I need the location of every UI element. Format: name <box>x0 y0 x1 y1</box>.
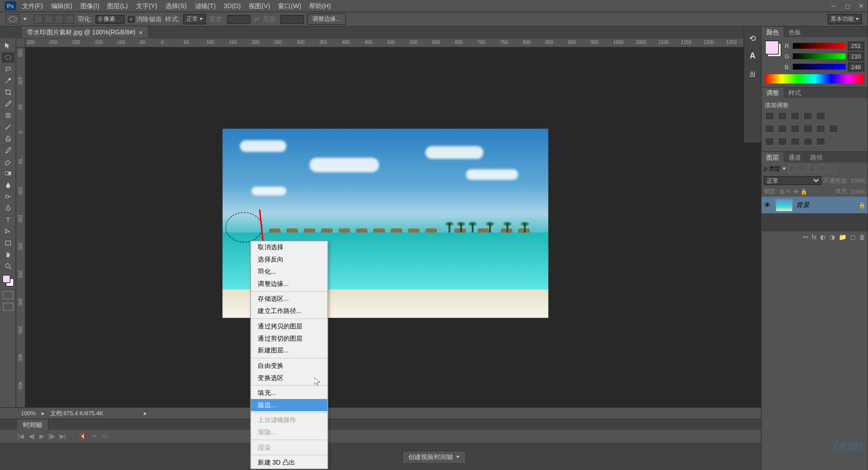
character-panel-icon[interactable]: A <box>747 50 759 62</box>
horizontal-ruler[interactable]: -300-250-200-150-100-5005010015020025030… <box>25 38 868 48</box>
new-layer-icon[interactable]: ◻ <box>850 234 856 242</box>
context-menu-item[interactable]: 存储选区... <box>251 293 327 305</box>
timeline-transition-icon[interactable]: ▭ <box>102 432 108 440</box>
context-menu-item[interactable]: 变换选区 <box>251 372 327 384</box>
document-tab-close[interactable]: × <box>139 28 142 35</box>
gradient-map-icon[interactable] <box>803 138 813 146</box>
menu-filter[interactable]: 滤镜(T) <box>195 1 216 10</box>
curves-icon[interactable] <box>791 112 800 120</box>
context-menu-item[interactable]: 新建图层... <box>251 345 327 357</box>
menu-edit[interactable]: 编辑(E) <box>51 1 72 10</box>
lock-transparency-icon[interactable]: ⊞ <box>779 188 784 195</box>
layer-visibility-icon[interactable]: 👁 <box>764 201 772 209</box>
filter-pixel-icon[interactable] <box>788 165 797 173</box>
vertical-ruler[interactable]: -150-100-50050100150200250300350400450 <box>16 47 26 407</box>
menu-select[interactable]: 选择(S) <box>165 1 187 10</box>
timeline-audio-icon[interactable]: 🔇 <box>79 432 87 440</box>
eraser-tool[interactable] <box>1 157 14 167</box>
close-button[interactable]: ✕ <box>855 1 868 11</box>
filter-type-icon[interactable] <box>808 165 816 173</box>
channels-tab[interactable]: 通道 <box>783 152 806 162</box>
b-slider[interactable] <box>793 64 846 70</box>
stamp-tool[interactable] <box>1 133 14 144</box>
dropdown-icon[interactable] <box>23 18 27 20</box>
minimize-button[interactable]: ─ <box>827 1 840 11</box>
swatches-tab[interactable]: 色板 <box>783 27 806 37</box>
threshold-icon[interactable] <box>791 138 800 146</box>
filter-shape-icon[interactable] <box>818 165 826 173</box>
maximize-button[interactable]: ◻ <box>841 1 854 11</box>
posterize-icon[interactable] <box>778 138 787 146</box>
screen-mode-button[interactable] <box>3 303 13 311</box>
timeline-prev-frame[interactable]: ◀| <box>28 432 35 440</box>
selection-add-icon[interactable] <box>44 14 53 24</box>
adjustments-tab[interactable]: 调整 <box>762 88 784 98</box>
context-menu-item[interactable]: 调整边缘... <box>251 278 327 290</box>
style-dropdown[interactable]: 正常 <box>183 14 206 24</box>
paragraph-panel-icon[interactable]: A| <box>747 67 759 79</box>
layer-row[interactable]: 👁 背景 🔒 <box>762 197 868 214</box>
zoom-level[interactable]: 100% <box>21 410 36 416</box>
selection-new-icon[interactable] <box>33 14 43 24</box>
filter-adjustment-icon[interactable] <box>798 165 807 173</box>
context-menu-item[interactable]: 描边... <box>251 399 327 411</box>
feather-input[interactable] <box>96 15 125 24</box>
history-panel-icon[interactable]: ⟲ <box>747 33 759 44</box>
path-selection-tool[interactable] <box>1 226 14 237</box>
blur-tool[interactable] <box>1 180 14 190</box>
dodge-tool[interactable] <box>1 191 14 202</box>
menu-image[interactable]: 图像(I) <box>80 1 99 10</box>
healing-brush-tool[interactable] <box>1 110 14 121</box>
g-slider[interactable] <box>793 53 846 59</box>
r-slider[interactable] <box>793 43 846 49</box>
timeline-next-frame[interactable]: |▶ <box>48 432 55 440</box>
color-lookup-icon[interactable] <box>829 125 838 133</box>
r-value[interactable] <box>848 42 864 50</box>
crop-tool[interactable] <box>1 87 14 97</box>
menu-layer[interactable]: 图层(L) <box>107 1 127 10</box>
selection-subtract-icon[interactable] <box>55 14 64 24</box>
new-group-icon[interactable]: 📁 <box>839 234 847 242</box>
context-menu-item[interactable]: 选择反向 <box>251 253 327 266</box>
timeline-tab[interactable]: 时间轴 <box>17 419 48 430</box>
selective-color-icon[interactable] <box>816 138 826 146</box>
timeline-last-frame[interactable]: ▶| <box>60 432 66 440</box>
document-info[interactable]: 文档:875.4 K/875.4K <box>50 409 104 417</box>
context-menu-item[interactable]: 自由变换 <box>251 360 327 372</box>
exposure-icon[interactable] <box>803 112 813 120</box>
timeline-first-frame[interactable]: |◀ <box>17 432 24 440</box>
invert-icon[interactable] <box>765 138 774 146</box>
hue-icon[interactable] <box>765 125 774 133</box>
g-value[interactable] <box>848 52 864 61</box>
bw-icon[interactable] <box>791 125 800 133</box>
filter-smart-icon[interactable] <box>828 165 836 173</box>
zoom-dropdown-icon[interactable]: ▸ <box>42 410 44 416</box>
menu-file[interactable]: 文件(F) <box>22 1 43 10</box>
menu-3d[interactable]: 3D(D) <box>224 2 241 9</box>
document-tab[interactable]: 带水印图片素材.jpg @ 100%(RGB/8#) × <box>21 25 149 38</box>
zoom-tool[interactable] <box>1 261 14 271</box>
eyedropper-tool[interactable] <box>1 99 14 109</box>
context-menu-item[interactable]: 羽化... <box>251 266 327 278</box>
context-menu-item[interactable]: 新建 3D 凸出 <box>251 456 327 469</box>
history-brush-tool[interactable] <box>1 145 14 156</box>
delete-layer-icon[interactable]: 🗑 <box>859 234 865 242</box>
canvas[interactable] <box>25 47 868 407</box>
magic-wand-tool[interactable] <box>1 76 14 86</box>
levels-icon[interactable] <box>778 112 787 120</box>
context-menu-item[interactable]: 通过拷贝的图层 <box>251 320 327 332</box>
photo-filter-icon[interactable] <box>803 125 813 133</box>
lock-all-icon[interactable]: 🔒 <box>800 188 807 195</box>
layer-thumbnail[interactable] <box>775 199 793 211</box>
pen-tool[interactable] <box>1 203 14 214</box>
tool-preset-picker[interactable] <box>6 14 20 24</box>
lock-position-icon[interactable]: ✥ <box>793 188 798 195</box>
antialias-checkbox[interactable]: ✓ <box>128 16 134 22</box>
foreground-color-swatch[interactable] <box>2 275 10 283</box>
color-tab[interactable]: 颜色 <box>762 27 784 37</box>
context-menu-item[interactable]: 填充... <box>251 387 327 399</box>
refine-edge-button[interactable]: 调整边缘... <box>307 13 346 25</box>
layer-style-icon[interactable]: fx <box>811 234 816 242</box>
workspace-switcher[interactable]: 基本功能 <box>828 14 862 24</box>
layer-filter-dropdown[interactable] <box>783 167 786 170</box>
